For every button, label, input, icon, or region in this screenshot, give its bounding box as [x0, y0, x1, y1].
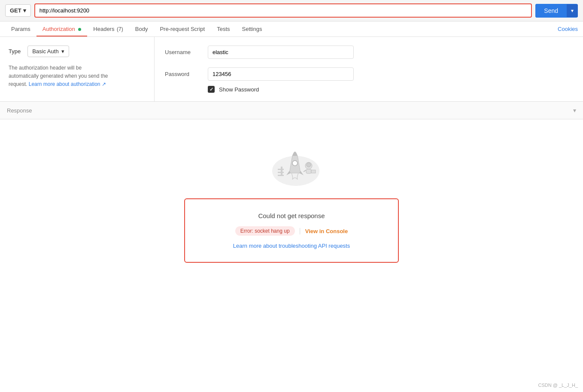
method-chevron: ▾ — [23, 7, 26, 14]
response-header: Response ▾ — [0, 102, 583, 119]
learn-more-link[interactable]: Learn more about authorization ↗ — [29, 81, 106, 87]
left-panel: Type Basic Auth ▾ The authorization head… — [0, 37, 155, 101]
empty-state: Could not get response Error: socket han… — [0, 119, 583, 271]
url-input-wrapper — [34, 3, 532, 18]
response-chevron[interactable]: ▾ — [573, 107, 576, 114]
password-row: Password — [165, 67, 573, 81]
type-value: Basic Auth — [32, 48, 58, 55]
content-area: Type Basic Auth ▾ The authorization head… — [0, 37, 583, 102]
tab-tests[interactable]: Tests — [211, 21, 236, 36]
error-box: Could not get response Error: socket han… — [184, 198, 399, 263]
tab-params[interactable]: Params — [5, 21, 36, 36]
separator: | — [299, 227, 301, 235]
show-password-checkbox[interactable] — [208, 86, 215, 93]
show-password-row: Show Password — [208, 86, 573, 93]
tab-pre-request[interactable]: Pre-request Script — [154, 21, 211, 36]
error-title: Could not get response — [258, 212, 325, 219]
error-badge: Error: socket hang up — [235, 226, 295, 236]
svg-point-1 — [292, 161, 298, 166]
send-button-label: Send — [535, 4, 567, 18]
svg-rect-5 — [278, 175, 284, 176]
svg-rect-4 — [278, 172, 284, 173]
response-title: Response — [7, 107, 32, 114]
view-console-link[interactable]: View in Console — [305, 228, 348, 234]
nav-tabs: Params Authorization Headers (7) Body Pr… — [0, 21, 583, 37]
auth-description: The authorization header will be automat… — [9, 64, 146, 89]
svg-rect-3 — [278, 169, 284, 170]
svg-point-7 — [307, 163, 311, 167]
password-input[interactable] — [208, 67, 354, 81]
tab-headers[interactable]: Headers (7) — [87, 21, 129, 36]
send-button-arrow[interactable]: ▾ — [567, 4, 578, 17]
type-select[interactable]: Basic Auth ▾ — [27, 46, 69, 57]
type-label: Type — [9, 48, 21, 55]
username-input[interactable] — [208, 46, 354, 59]
svg-rect-8 — [306, 169, 311, 173]
tab-settings[interactable]: Settings — [236, 21, 268, 36]
show-password-label[interactable]: Show Password — [219, 86, 259, 93]
cookies-link[interactable]: Cookies — [558, 26, 578, 32]
error-row: Error: socket hang up | View in Console — [235, 226, 348, 236]
method-label: GET — [10, 7, 21, 14]
right-panel: Username Password Show Password — [155, 37, 583, 101]
svg-rect-2 — [281, 167, 282, 175]
method-select[interactable]: GET ▾ — [5, 4, 31, 17]
tab-authorization[interactable]: Authorization — [36, 21, 88, 36]
username-label: Username — [165, 49, 199, 55]
top-bar: GET ▾ Send ▾ — [0, 0, 583, 21]
type-chevron: ▾ — [61, 48, 64, 55]
send-button[interactable]: Send ▾ — [535, 4, 578, 18]
url-input[interactable] — [35, 4, 531, 17]
authorization-dot — [78, 28, 81, 31]
troubleshoot-link[interactable]: Learn more about troubleshooting API req… — [233, 243, 350, 249]
type-row: Type Basic Auth ▾ — [9, 46, 146, 57]
rocket-illustration — [261, 137, 322, 188]
password-label: Password — [165, 71, 199, 77]
username-row: Username — [165, 46, 573, 59]
tab-body[interactable]: Body — [129, 21, 154, 36]
svg-rect-11 — [311, 170, 316, 173]
